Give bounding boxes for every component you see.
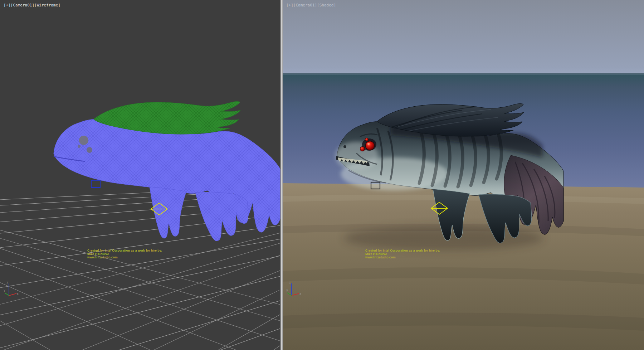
x-axis-label: x xyxy=(17,292,19,296)
viewport-shaded[interactable]: [+][Camera01][Shaded] Created for Intel … xyxy=(283,0,644,350)
y-axis-label: y xyxy=(4,289,5,292)
x-axis-line xyxy=(292,293,299,296)
y-axis-line xyxy=(287,293,292,296)
credit-line-3: www.fritzstudio.com xyxy=(365,256,440,259)
credit-text: Created for Intel Corporation as a work … xyxy=(87,249,162,259)
x-axis-line xyxy=(9,293,16,296)
wireframe-scene-canvas xyxy=(0,0,280,350)
eye-small xyxy=(360,147,365,151)
world-axis-tripod: z x y xyxy=(286,281,302,298)
rectangle-helper[interactable] xyxy=(91,181,100,188)
credit-text: Created for Intel Corporation as a work … xyxy=(365,249,440,259)
nostril xyxy=(343,145,346,148)
viewport-label-shaded[interactable]: [+][Camera01][Shaded] xyxy=(286,3,336,8)
world-axis-tripod: z x y xyxy=(4,281,19,298)
z-axis-label: z xyxy=(289,281,291,284)
eye-highlight xyxy=(367,143,370,145)
eye-tiny xyxy=(365,138,369,141)
y-axis-label: y xyxy=(286,289,288,292)
viewport-wireframe[interactable]: [+][Camera01][Wireframe] Created for Int… xyxy=(0,0,280,350)
shaded-scene-canvas xyxy=(283,0,644,350)
eye-large xyxy=(366,141,375,150)
fish-model-wireframe[interactable] xyxy=(54,102,280,241)
z-axis-label: z xyxy=(6,281,8,284)
x-axis-label: x xyxy=(299,292,301,296)
front-leg-fin-wireframe[interactable] xyxy=(150,187,186,238)
y-axis-line xyxy=(5,293,9,296)
horizon-line xyxy=(283,73,644,74)
credit-line-3: www.fritzstudio.com xyxy=(87,256,162,259)
viewport-label-wireframe[interactable]: [+][Camera01][Wireframe] xyxy=(4,3,60,8)
